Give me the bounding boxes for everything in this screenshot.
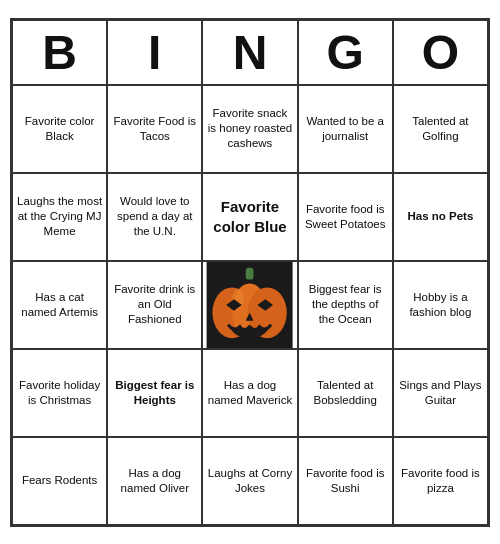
- cell-text-8: Favorite food is Sweet Potatoes: [303, 202, 388, 232]
- bingo-cell-23: Favorite food is Sushi: [298, 437, 393, 525]
- bingo-cell-16: Biggest fear is Heights: [107, 349, 202, 437]
- cell-text-23: Favorite food is Sushi: [303, 466, 388, 496]
- cell-text-14: Hobby is a fashion blog: [398, 290, 483, 320]
- bingo-grid: Favorite color BlackFavorite Food is Tac…: [12, 85, 488, 525]
- bingo-cell-18: Talented at Bobsledding: [298, 349, 393, 437]
- bingo-cell-3: Wanted to be a journalist: [298, 85, 393, 173]
- cell-text-15: Favorite holiday is Christmas: [17, 378, 102, 408]
- bingo-cell-11: Favorite drink is an Old Fashioned: [107, 261, 202, 349]
- bingo-cell-8: Favorite food is Sweet Potatoes: [298, 173, 393, 261]
- bingo-cell-19: Sings and Plays Guitar: [393, 349, 488, 437]
- bingo-cell-2: Favorite snack is honey roasted cashews: [202, 85, 297, 173]
- bingo-header: BINGO: [12, 20, 488, 85]
- cell-text-22: Laughs at Corny Jokes: [207, 466, 292, 496]
- cell-text-17: Has a dog named Maverick: [207, 378, 292, 408]
- cell-text-3: Wanted to be a journalist: [303, 114, 388, 144]
- bingo-cell-20: Fears Rodents: [12, 437, 107, 525]
- cell-text-7: Favorite color Blue: [207, 197, 292, 236]
- bingo-letter-o: O: [393, 20, 488, 85]
- cell-text-6: Would love to spend a day at the U.N.: [112, 194, 197, 239]
- cell-text-10: Has a cat named Artemis: [17, 290, 102, 320]
- bingo-cell-6: Would love to spend a day at the U.N.: [107, 173, 202, 261]
- bingo-cell-13: Biggest fear is the depths of the Ocean: [298, 261, 393, 349]
- cell-text-4: Talented at Golfing: [398, 114, 483, 144]
- cell-text-11: Favorite drink is an Old Fashioned: [112, 282, 197, 327]
- bingo-cell-10: Has a cat named Artemis: [12, 261, 107, 349]
- cell-text-18: Talented at Bobsledding: [303, 378, 388, 408]
- bingo-cell-12: [202, 261, 297, 349]
- bingo-cell-5: Laughs the most at the Crying MJ Meme: [12, 173, 107, 261]
- svg-rect-1: [246, 267, 254, 279]
- cell-text-24: Favorite food is pizza: [398, 466, 483, 496]
- bingo-cell-15: Favorite holiday is Christmas: [12, 349, 107, 437]
- cell-text-13: Biggest fear is the depths of the Ocean: [303, 282, 388, 327]
- cell-text-20: Fears Rodents: [22, 473, 97, 488]
- bingo-letter-g: G: [298, 20, 393, 85]
- cell-text-16: Biggest fear is Heights: [112, 378, 197, 408]
- bingo-letter-n: N: [202, 20, 297, 85]
- bingo-cell-24: Favorite food is pizza: [393, 437, 488, 525]
- bingo-cell-14: Hobby is a fashion blog: [393, 261, 488, 349]
- bingo-cell-1: Favorite Food is Tacos: [107, 85, 202, 173]
- bingo-cell-0: Favorite color Black: [12, 85, 107, 173]
- cell-text-19: Sings and Plays Guitar: [398, 378, 483, 408]
- bingo-cell-22: Laughs at Corny Jokes: [202, 437, 297, 525]
- cell-text-1: Favorite Food is Tacos: [112, 114, 197, 144]
- bingo-card: BINGO Favorite color BlackFavorite Food …: [10, 18, 490, 527]
- cell-text-2: Favorite snack is honey roasted cashews: [207, 106, 292, 151]
- cell-text-21: Has a dog named Oliver: [112, 466, 197, 496]
- cell-text-9: Has no Pets: [407, 209, 473, 224]
- cell-text-0: Favorite color Black: [17, 114, 102, 144]
- bingo-cell-9: Has no Pets: [393, 173, 488, 261]
- bingo-letter-b: B: [12, 20, 107, 85]
- bingo-cell-4: Talented at Golfing: [393, 85, 488, 173]
- cell-text-5: Laughs the most at the Crying MJ Meme: [17, 194, 102, 239]
- bingo-letter-i: I: [107, 20, 202, 85]
- bingo-cell-7: Favorite color Blue: [202, 173, 297, 261]
- bingo-cell-17: Has a dog named Maverick: [202, 349, 297, 437]
- bingo-cell-21: Has a dog named Oliver: [107, 437, 202, 525]
